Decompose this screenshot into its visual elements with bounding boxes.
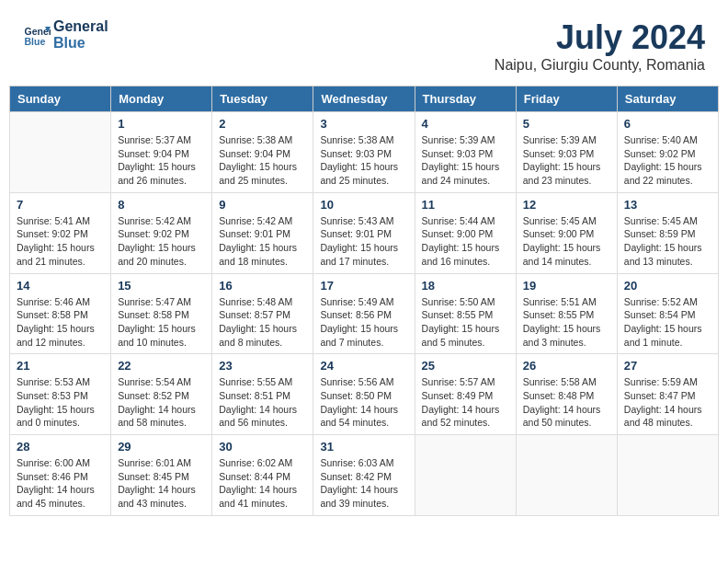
day-info: Sunrise: 5:38 AM Sunset: 9:03 PM Dayligh…: [320, 133, 407, 188]
calendar-cell: 11Sunrise: 5:44 AM Sunset: 9:00 PM Dayli…: [415, 192, 516, 273]
svg-text:Blue: Blue: [25, 36, 46, 47]
location-subtitle: Naipu, Giurgiu County, Romania: [495, 57, 705, 74]
day-number: 16: [219, 279, 306, 293]
day-info: Sunrise: 5:46 AM Sunset: 8:58 PM Dayligh…: [17, 295, 104, 350]
day-number: 30: [219, 440, 306, 454]
col-header-wednesday: Wednesday: [313, 86, 415, 112]
day-number: 8: [118, 198, 205, 212]
day-info: Sunrise: 5:54 AM Sunset: 8:52 PM Dayligh…: [118, 375, 205, 430]
day-number: 19: [523, 279, 610, 293]
week-row-4: 21Sunrise: 5:53 AM Sunset: 8:53 PM Dayli…: [10, 354, 719, 435]
day-number: 15: [118, 279, 205, 293]
calendar-cell: 7Sunrise: 5:41 AM Sunset: 9:02 PM Daylig…: [10, 192, 111, 273]
day-info: Sunrise: 5:50 AM Sunset: 8:55 PM Dayligh…: [422, 295, 509, 350]
calendar-cell: [10, 112, 111, 193]
day-number: 28: [17, 440, 104, 454]
day-number: 7: [17, 198, 104, 212]
col-header-tuesday: Tuesday: [212, 86, 313, 112]
day-number: 1: [118, 117, 205, 131]
day-info: Sunrise: 5:42 AM Sunset: 9:01 PM Dayligh…: [219, 214, 306, 269]
day-number: 13: [624, 198, 711, 212]
col-header-sunday: Sunday: [10, 86, 111, 112]
day-number: 2: [219, 117, 306, 131]
day-info: Sunrise: 5:52 AM Sunset: 8:54 PM Dayligh…: [624, 295, 711, 350]
month-title: July 2024: [495, 18, 705, 57]
calendar-cell: 31Sunrise: 6:03 AM Sunset: 8:42 PM Dayli…: [313, 435, 415, 516]
day-info: Sunrise: 5:53 AM Sunset: 8:53 PM Dayligh…: [17, 375, 104, 430]
calendar-cell: 28Sunrise: 6:00 AM Sunset: 8:46 PM Dayli…: [10, 435, 111, 516]
calendar-cell: 5Sunrise: 5:39 AM Sunset: 9:03 PM Daylig…: [516, 112, 617, 193]
calendar-cell: 20Sunrise: 5:52 AM Sunset: 8:54 PM Dayli…: [617, 273, 718, 354]
calendar-cell: 17Sunrise: 5:49 AM Sunset: 8:56 PM Dayli…: [313, 273, 415, 354]
day-number: 26: [523, 359, 610, 373]
day-info: Sunrise: 5:59 AM Sunset: 8:47 PM Dayligh…: [624, 375, 711, 430]
day-number: 3: [320, 117, 407, 131]
day-number: 23: [219, 359, 306, 373]
week-row-2: 7Sunrise: 5:41 AM Sunset: 9:02 PM Daylig…: [10, 192, 719, 273]
day-number: 17: [320, 279, 407, 293]
calendar-cell: 25Sunrise: 5:57 AM Sunset: 8:49 PM Dayli…: [415, 354, 516, 435]
day-info: Sunrise: 5:42 AM Sunset: 9:02 PM Dayligh…: [118, 214, 205, 269]
calendar-table: SundayMondayTuesdayWednesdayThursdayFrid…: [9, 86, 719, 516]
calendar-cell: 4Sunrise: 5:39 AM Sunset: 9:03 PM Daylig…: [415, 112, 516, 193]
logo-icon: General Blue: [23, 21, 51, 49]
day-info: Sunrise: 5:39 AM Sunset: 9:03 PM Dayligh…: [422, 133, 509, 188]
calendar-cell: 15Sunrise: 5:47 AM Sunset: 8:58 PM Dayli…: [111, 273, 212, 354]
day-number: 18: [422, 279, 509, 293]
calendar-cell: 13Sunrise: 5:45 AM Sunset: 8:59 PM Dayli…: [617, 192, 718, 273]
day-number: 11: [422, 198, 509, 212]
calendar-cell: 3Sunrise: 5:38 AM Sunset: 9:03 PM Daylig…: [313, 112, 415, 193]
calendar-cell: [617, 435, 718, 516]
day-number: 25: [422, 359, 509, 373]
day-info: Sunrise: 5:45 AM Sunset: 9:00 PM Dayligh…: [523, 214, 610, 269]
day-number: 12: [523, 198, 610, 212]
week-row-5: 28Sunrise: 6:00 AM Sunset: 8:46 PM Dayli…: [10, 435, 719, 516]
calendar-cell: 24Sunrise: 5:56 AM Sunset: 8:50 PM Dayli…: [313, 354, 415, 435]
calendar-cell: 27Sunrise: 5:59 AM Sunset: 8:47 PM Dayli…: [617, 354, 718, 435]
col-header-saturday: Saturday: [617, 86, 718, 112]
logo: General Blue General Blue: [23, 18, 108, 52]
day-number: 22: [118, 359, 205, 373]
day-number: 10: [320, 198, 407, 212]
day-info: Sunrise: 5:43 AM Sunset: 9:01 PM Dayligh…: [320, 214, 407, 269]
day-number: 20: [624, 279, 711, 293]
calendar-cell: 22Sunrise: 5:54 AM Sunset: 8:52 PM Dayli…: [111, 354, 212, 435]
calendar-cell: 23Sunrise: 5:55 AM Sunset: 8:51 PM Dayli…: [212, 354, 313, 435]
calendar-cell: 8Sunrise: 5:42 AM Sunset: 9:02 PM Daylig…: [111, 192, 212, 273]
calendar-cell: 10Sunrise: 5:43 AM Sunset: 9:01 PM Dayli…: [313, 192, 415, 273]
week-row-3: 14Sunrise: 5:46 AM Sunset: 8:58 PM Dayli…: [10, 273, 719, 354]
calendar-cell: 2Sunrise: 5:38 AM Sunset: 9:04 PM Daylig…: [212, 112, 313, 193]
day-info: Sunrise: 5:37 AM Sunset: 9:04 PM Dayligh…: [118, 133, 205, 188]
day-info: Sunrise: 5:38 AM Sunset: 9:04 PM Dayligh…: [219, 133, 306, 188]
day-number: 14: [17, 279, 104, 293]
day-info: Sunrise: 5:39 AM Sunset: 9:03 PM Dayligh…: [523, 133, 610, 188]
logo-line1: General: [53, 18, 108, 35]
day-number: 9: [219, 198, 306, 212]
day-info: Sunrise: 6:02 AM Sunset: 8:44 PM Dayligh…: [219, 456, 306, 511]
day-info: Sunrise: 5:55 AM Sunset: 8:51 PM Dayligh…: [219, 375, 306, 430]
title-section: July 2024 Naipu, Giurgiu County, Romania: [495, 18, 705, 74]
day-info: Sunrise: 5:56 AM Sunset: 8:50 PM Dayligh…: [320, 375, 407, 430]
calendar-cell: 29Sunrise: 6:01 AM Sunset: 8:45 PM Dayli…: [111, 435, 212, 516]
day-info: Sunrise: 5:40 AM Sunset: 9:02 PM Dayligh…: [624, 133, 711, 188]
calendar-cell: 30Sunrise: 6:02 AM Sunset: 8:44 PM Dayli…: [212, 435, 313, 516]
day-info: Sunrise: 6:03 AM Sunset: 8:42 PM Dayligh…: [320, 456, 407, 511]
col-header-monday: Monday: [111, 86, 212, 112]
logo-line2: Blue: [53, 35, 108, 52]
day-info: Sunrise: 5:48 AM Sunset: 8:57 PM Dayligh…: [219, 295, 306, 350]
day-number: 24: [320, 359, 407, 373]
page-header: General Blue General Blue July 2024 Naip…: [9, 9, 719, 78]
day-number: 6: [624, 117, 711, 131]
calendar-cell: 21Sunrise: 5:53 AM Sunset: 8:53 PM Dayli…: [10, 354, 111, 435]
day-number: 27: [624, 359, 711, 373]
day-info: Sunrise: 6:01 AM Sunset: 8:45 PM Dayligh…: [118, 456, 205, 511]
day-info: Sunrise: 5:49 AM Sunset: 8:56 PM Dayligh…: [320, 295, 407, 350]
day-number: 31: [320, 440, 407, 454]
calendar-cell: [415, 435, 516, 516]
col-header-friday: Friday: [516, 86, 617, 112]
day-info: Sunrise: 5:47 AM Sunset: 8:58 PM Dayligh…: [118, 295, 205, 350]
calendar-cell: [516, 435, 617, 516]
day-number: 5: [523, 117, 610, 131]
calendar-cell: 14Sunrise: 5:46 AM Sunset: 8:58 PM Dayli…: [10, 273, 111, 354]
day-number: 4: [422, 117, 509, 131]
